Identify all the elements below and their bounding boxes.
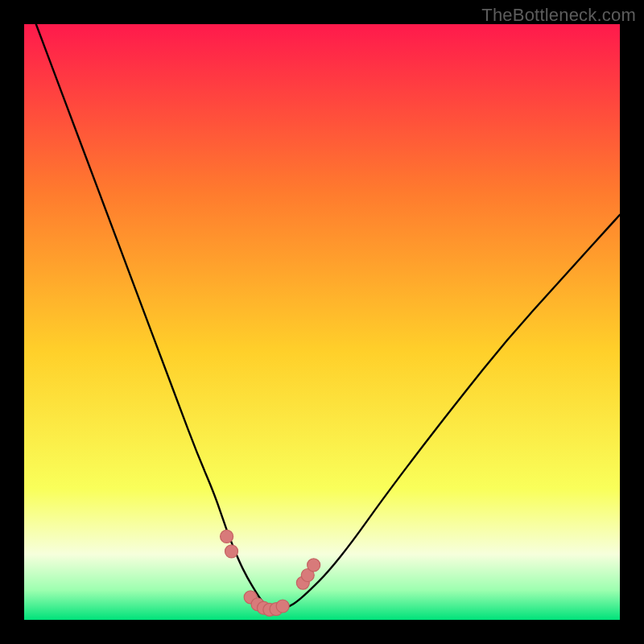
watermark-text: TheBottleneck.com <box>481 5 636 26</box>
marker-trough-6 <box>276 600 289 613</box>
marker-left-cluster-1 <box>221 530 233 543</box>
chart-svg <box>24 24 620 620</box>
plot-area <box>24 24 620 620</box>
outer-frame: TheBottleneck.com <box>0 0 644 644</box>
marker-right-cluster-3 <box>308 559 320 572</box>
marker-left-cluster-2 <box>225 545 238 558</box>
gradient-background <box>24 24 620 620</box>
